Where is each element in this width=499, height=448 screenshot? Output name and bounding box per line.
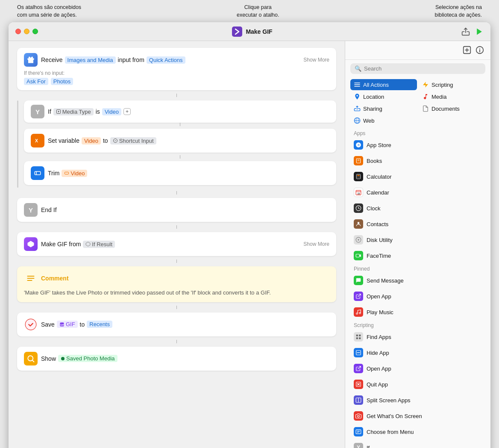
list-item-if-script[interactable]: Y If (350, 440, 485, 448)
trim-video-token[interactable]: Video (62, 170, 87, 177)
save-gif-token[interactable]: GIF GIF (57, 321, 78, 328)
svg-rect-39 (357, 175, 360, 176)
end-if-card: Y End If (17, 198, 336, 222)
scripting-list: Find Apps Hide App Open Ap (345, 329, 490, 448)
list-item-calendar[interactable]: 23 Calendar (350, 185, 485, 200)
add-action-button[interactable] (462, 45, 472, 57)
list-item-play-music[interactable]: Play Music (350, 304, 485, 320)
make-gif-show-more[interactable]: Show More (303, 241, 329, 247)
connector-7 (17, 306, 336, 309)
receive-action-card: Receive Images and Media input from Quic… (17, 48, 336, 90)
close-button[interactable] (15, 29, 21, 34)
make-gif-card: Make GIF from If Result Show More (17, 232, 336, 256)
list-item-facetime[interactable]: FaceTime (350, 248, 485, 263)
connector-8 (17, 340, 336, 343)
receive-source-token[interactable]: Quick Actions (147, 56, 185, 64)
if-icon: Y (31, 105, 44, 118)
category-location[interactable]: Location (350, 91, 417, 102)
list-item-calculator[interactable]: Calculator (350, 169, 485, 184)
if-plus-button[interactable]: + (123, 108, 131, 115)
maximize-button[interactable] (32, 29, 38, 34)
category-sharing[interactable]: Sharing (350, 103, 417, 114)
svg-rect-52 (356, 254, 359, 257)
find-apps-label: Find Apps (367, 334, 391, 340)
list-item-contacts[interactable]: Contacts (350, 216, 485, 232)
list-item-get-whats-on-screen[interactable]: Get What's On Screen (350, 408, 485, 424)
if-result-token[interactable]: If Result (83, 241, 115, 248)
show-media-token[interactable]: Saved Photo Media (58, 355, 117, 362)
facetime-label: FaceTime (367, 253, 391, 259)
apps-list: A App Store Books (345, 137, 490, 263)
calculator-label: Calculator (367, 174, 392, 180)
svg-point-30 (356, 95, 358, 97)
list-item-hide-app[interactable]: Hide App (350, 345, 485, 360)
calculator-icon (354, 172, 363, 181)
receive-show-more[interactable]: Show More (303, 57, 329, 63)
trim-text: Trim Video (48, 170, 87, 177)
trim-card: Trim Video (24, 161, 336, 185)
titlebar: Make GIF (9, 22, 490, 41)
ask-for-token[interactable]: Ask For (24, 78, 48, 85)
if-script-label: If (367, 445, 370, 448)
category-scripting[interactable]: Scripting (419, 79, 485, 90)
if-script-icon: Y (354, 443, 363, 448)
media-icon (422, 93, 429, 100)
annotation-center: Clique para executar o atalho. (237, 3, 279, 19)
svg-marker-29 (423, 82, 428, 88)
category-documents[interactable]: Documents (419, 103, 485, 114)
comment-row: Comment (24, 271, 329, 285)
titlebar-actions (461, 27, 484, 36)
svg-point-51 (358, 239, 359, 241)
no-input-label: If there's no input: (24, 70, 329, 76)
list-item-split-screen[interactable]: Split Screen Apps (350, 392, 485, 408)
list-item-app-store[interactable]: A App Store (350, 137, 485, 153)
search-input[interactable] (364, 65, 481, 72)
list-item-quit-app[interactable]: Quit App (350, 377, 485, 392)
list-item-disk-utility[interactable]: Disk Utility (350, 232, 485, 248)
share-button[interactable] (461, 27, 470, 36)
traffic-lights (15, 29, 38, 34)
svg-point-14 (25, 319, 36, 330)
list-item-send-message[interactable]: Send Message (350, 273, 485, 288)
receive-type-token[interactable]: Images and Media (65, 56, 116, 64)
choose-from-menu-icon (354, 427, 363, 436)
list-item-choose-from-menu[interactable]: Choose from Menu (350, 424, 485, 439)
list-item-open-app-pinned[interactable]: Open App (350, 289, 485, 304)
category-media[interactable]: Media (419, 91, 485, 102)
annotation-right: Selecione ações na biblioteca de ações. (435, 3, 482, 19)
photos-token[interactable]: Photos (51, 78, 73, 85)
set-var-input-token[interactable]: Shortcut Input (110, 137, 156, 144)
list-item-books[interactable]: Books (350, 153, 485, 168)
category-web[interactable]: Web (350, 115, 417, 126)
disk-utility-icon (354, 235, 363, 245)
actions-panel: 🔍 All Actions (345, 41, 490, 448)
minimize-button[interactable] (24, 29, 29, 34)
if-video-token[interactable]: Video (102, 108, 121, 115)
list-item-open-app-script[interactable]: Open App (350, 361, 485, 376)
find-apps-icon (354, 332, 363, 342)
svg-rect-0 (232, 27, 242, 37)
workflow-panel: Receive Images and Media input from Quic… (9, 41, 345, 448)
svg-rect-7 (36, 172, 37, 175)
end-if-row: Y End If (24, 203, 329, 217)
open-app-script-label: Open App (367, 365, 391, 372)
set-var-video-token[interactable]: Video (82, 137, 101, 144)
play-music-label: Play Music (367, 309, 393, 315)
list-item-find-apps[interactable]: Find Apps (350, 329, 485, 345)
set-variable-row: X Set variable Video to Shortcut Input (31, 134, 329, 147)
connector-2 (24, 123, 336, 126)
category-grid: All Actions Scripting Location (345, 77, 490, 128)
if-row: Y If Media Type is Video + (31, 105, 329, 118)
connector-1 (17, 94, 336, 97)
trim-icon (31, 166, 44, 180)
save-location-token[interactable]: Recents (87, 321, 112, 328)
list-item-clock[interactable]: Clock (350, 200, 485, 216)
scripting-icon (422, 81, 429, 88)
if-left-bar (17, 100, 18, 188)
if-container: Y If Media Type is Video + (17, 100, 336, 188)
scripting-section-label: Scripting (345, 320, 490, 329)
run-button[interactable] (475, 27, 484, 36)
info-button[interactable] (475, 45, 484, 57)
category-all-actions[interactable]: All Actions (350, 79, 417, 90)
if-media-type-token[interactable]: Media Type (53, 108, 94, 115)
